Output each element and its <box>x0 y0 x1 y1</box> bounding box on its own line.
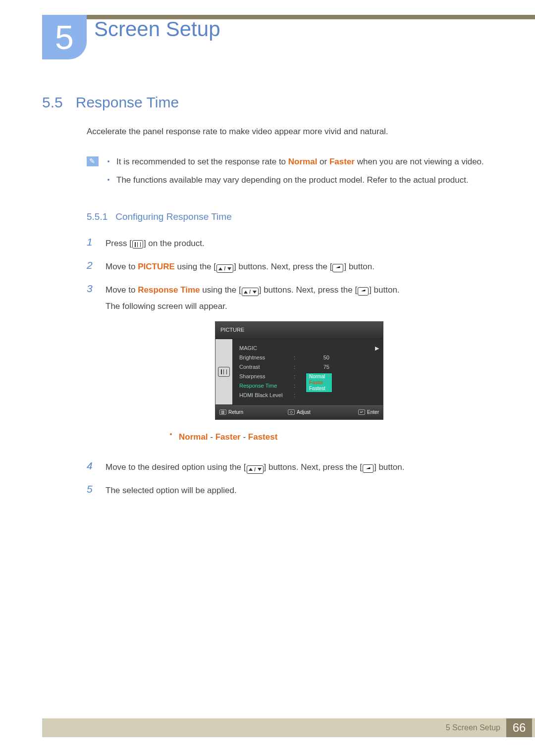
adjust-mini-icon: ◇ <box>288 409 295 415</box>
menu-mini-icon: ▥ <box>219 409 226 415</box>
chevron-right-icon: ▶ <box>375 343 379 353</box>
note-highlight: Normal <box>288 157 318 166</box>
bullet-dot-icon <box>107 179 109 181</box>
up-down-button-icon: / <box>242 288 259 296</box>
chapter-badge: 5 <box>42 15 87 59</box>
step-text: Move to <box>106 285 138 295</box>
chapter-number: 5 <box>55 20 74 54</box>
step-4: 4 Move to the desired option using the [… <box>87 459 493 475</box>
osd-footer-label: Enter <box>367 407 379 417</box>
subsection-number: 5.5.1 <box>87 211 107 222</box>
step-keyword: PICTURE <box>138 262 175 271</box>
note-text: It is recommended to set the response ra… <box>116 157 288 166</box>
options-line: Normal - Faster - Fastest <box>170 429 493 445</box>
note-highlight: Faster <box>329 157 355 166</box>
step-number: 5 <box>87 482 97 496</box>
step-3: 3 Move to Response Time using the [/] bu… <box>87 282 493 452</box>
step-number: 4 <box>87 459 97 473</box>
enter-button-icon <box>332 264 343 272</box>
note-icon <box>87 156 99 166</box>
osd-label: HDMI Black Level <box>239 390 294 401</box>
osd-row-magic: MAGIC ▶ <box>239 344 379 353</box>
option-sep: - <box>241 432 248 442</box>
section-number: 5.5 <box>42 94 63 111</box>
option-value: Fastest <box>248 432 278 442</box>
section-title: Response Time <box>76 94 179 111</box>
subsection-title: Configuring Response Time <box>115 211 231 222</box>
osd-header: PICTURE <box>215 322 383 339</box>
menu-button-icon <box>132 240 143 249</box>
note-bullet-2: The functions available may vary dependi… <box>107 173 493 188</box>
step-text: Move to <box>106 262 138 271</box>
osd-screenshot: PICTURE MAGIC ▶ <box>215 321 383 420</box>
note-bullet-1: It is recommended to set the response ra… <box>107 155 493 169</box>
step-number: 1 <box>87 235 97 249</box>
step-5: 5 The selected option will be applied. <box>87 482 493 499</box>
osd-footer: ▥Return ◇Adjust ↵Enter <box>215 404 383 420</box>
step-text: Move to the desired option using the [ <box>106 462 246 472</box>
osd-row-hdmi: HDMI Black Level : <box>239 391 379 401</box>
up-down-button-icon: / <box>247 465 264 474</box>
step-text: Press [ <box>106 239 132 248</box>
note-text: when you are not viewing a video. <box>355 157 484 166</box>
step-text: ] on the product. <box>144 239 205 248</box>
step-text: ] button. <box>374 462 404 472</box>
step-text: ] buttons. Next, press the [ <box>259 285 357 295</box>
bullet-dot-icon <box>107 160 109 162</box>
step-number: 3 <box>87 282 97 296</box>
step-text: ] buttons. Next, press the [ <box>264 462 362 472</box>
section-intro: Accelerate the panel response rate to ma… <box>87 125 493 139</box>
up-down-button-icon: / <box>216 264 233 273</box>
osd-tab-icon <box>218 367 230 377</box>
menu-icon <box>219 369 228 375</box>
osd-popup-option: Fastest <box>306 386 332 392</box>
bullet-dot-icon <box>170 433 172 435</box>
enter-button-icon <box>363 464 374 473</box>
step-keyword: Response Time <box>138 285 200 295</box>
page-footer: 5 Screen Setup 66 <box>42 718 535 737</box>
step-text: ] button. <box>344 262 374 271</box>
option-sep: - <box>208 432 215 442</box>
step-text: The selected option will be applied. <box>106 482 493 499</box>
enter-button-icon <box>358 287 369 296</box>
step-text: using the [ <box>200 285 241 295</box>
osd-footer-label: Return <box>228 407 243 417</box>
note-block: It is recommended to set the response ra… <box>87 155 493 192</box>
enter-mini-icon: ↵ <box>358 409 365 415</box>
step-text: ] buttons. Next, press the [ <box>234 262 332 271</box>
osd-row-brightness: Brightness : 50 <box>239 353 379 363</box>
osd-popup-option: Faster <box>306 380 332 386</box>
option-value: Normal <box>179 432 208 442</box>
step-text: using the [ <box>175 262 216 271</box>
footer-chapter-label: 5 Screen Setup <box>446 723 500 732</box>
osd-popup-option: Normal <box>306 374 332 380</box>
step-number: 2 <box>87 258 97 272</box>
step-1: 1 Press [] on the product. <box>87 235 493 252</box>
step-2: 2 Move to PICTURE using the [/] buttons.… <box>87 258 493 275</box>
osd-row-contrast: Contrast : 75 <box>239 363 379 372</box>
step-text: The following screen will appear. <box>106 298 493 314</box>
osd-colon: : <box>294 390 297 401</box>
note-text: or <box>317 157 329 166</box>
footer-page-number: 66 <box>506 718 532 737</box>
osd-tab-column <box>215 339 232 404</box>
osd-popup: Normal Faster Fastest <box>306 373 332 392</box>
step-text: ] button. <box>369 285 399 295</box>
osd-footer-label: Adjust <box>297 407 311 417</box>
chapter-title: Screen Setup <box>94 17 220 41</box>
option-value: Faster <box>215 432 241 442</box>
note-text: The functions available may vary dependi… <box>116 173 469 188</box>
